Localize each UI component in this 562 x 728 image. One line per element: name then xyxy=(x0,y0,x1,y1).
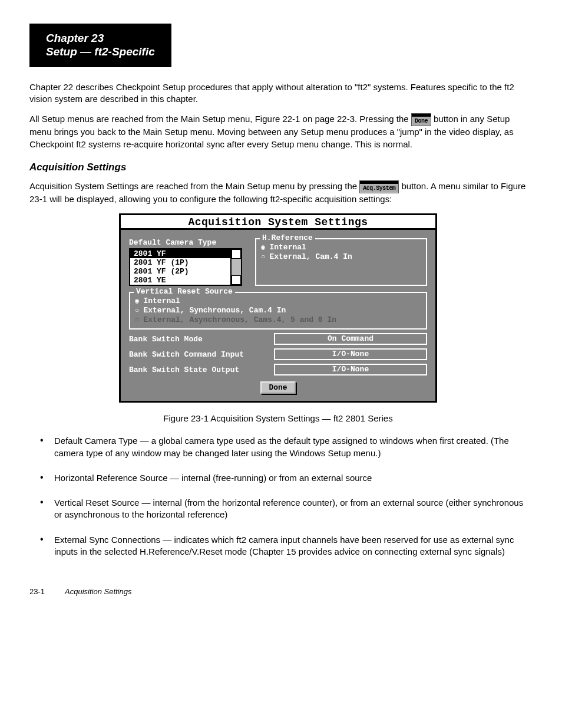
bank-switch-input-label: Bank Switch Command Input xyxy=(129,350,274,359)
acquisition-settings-heading: Acquisition Settings xyxy=(29,161,527,174)
vrs-radio-internal[interactable]: Internal xyxy=(135,297,421,306)
default-camera-group: Default Camera Type 2801 YF 2801 YF (1P)… xyxy=(129,238,242,286)
vrs-radio-ext-sync[interactable]: External, Synchronous, Cam.4 In xyxy=(135,306,421,315)
acq-p-a: Acquisition System Settings are reached … xyxy=(29,181,359,191)
bullet-icon: • xyxy=(40,435,46,459)
vrs-radio-ext-async: External, Asynchronous, Cams.4, 5 and 6 … xyxy=(135,315,421,325)
chapter-title: Setup — ft2-Specific xyxy=(46,45,155,59)
bullet-icon: • xyxy=(40,497,46,521)
bank-switch-mode-row: Bank Switch Mode On Command xyxy=(129,333,427,345)
bank-switch-output-label: Bank Switch State Output xyxy=(129,365,274,374)
chapter-number: Chapter 23 xyxy=(46,32,155,45)
list-item[interactable]: 2801 YF xyxy=(130,249,230,258)
bullet-icon: • xyxy=(40,534,46,558)
bank-switch-input-value[interactable]: I/O-None xyxy=(274,348,427,360)
footer-section: Acquisition Settings xyxy=(65,587,131,596)
intro-paragraph-1: Chapter 22 describes Checkpoint Setup pr… xyxy=(29,81,527,106)
list-item[interactable]: 2801 YE xyxy=(130,276,230,285)
h-reference-legend: H.Reference xyxy=(260,233,315,242)
inline-done-label: Done xyxy=(412,117,431,126)
intro-paragraph-2: All Setup menus are reached from the Mai… xyxy=(29,113,527,150)
scroll-up-icon[interactable]: ▲ xyxy=(232,249,241,259)
listbox-scrollbar[interactable]: ▲ ▼ xyxy=(232,248,242,286)
bank-switch-input-row: Bank Switch Command Input I/O-None xyxy=(129,348,427,360)
intro-p2-a: All Setup menus are reached from the Mai… xyxy=(29,114,411,124)
bank-switch-output-value[interactable]: I/O-None xyxy=(274,364,427,375)
inline-acqsystem-label: Acq.System xyxy=(360,184,398,193)
figure-caption: Figure 23-1 Acquisition System Settings … xyxy=(29,413,527,423)
page-number: 23-1 xyxy=(29,587,65,596)
scroll-down-icon[interactable]: ▼ xyxy=(232,275,241,285)
bullet-icon: • xyxy=(40,472,46,484)
bullet-text: Horizontal Reference Source — internal (… xyxy=(54,472,527,484)
bullet-text: External Sync Connections — indicates wh… xyxy=(54,534,527,558)
dialog-title: Acquisition System Settings xyxy=(121,215,435,230)
camera-type-listbox[interactable]: 2801 YF 2801 YF (1P) 2801 YF (2P) 2801 Y… xyxy=(129,248,232,286)
list-item[interactable]: 2801 YF (1P) xyxy=(130,258,230,267)
bank-switch-output-row: Bank Switch State Output I/O-None xyxy=(129,364,427,375)
vertical-reset-group: Vertical Reset Source Internal External,… xyxy=(129,292,427,330)
default-camera-label: Default Camera Type xyxy=(129,238,242,247)
h-reference-group: H.Reference Internal External, Cam.4 In xyxy=(255,238,427,286)
href-radio-internal[interactable]: Internal xyxy=(261,243,421,252)
list-item[interactable]: 2801 YF (2P) xyxy=(130,267,230,276)
acq-paragraph: Acquisition System Settings are reached … xyxy=(29,180,527,206)
acq-settings-dialog: Acquisition System Settings Default Came… xyxy=(119,213,437,403)
inline-acqsystem-button[interactable]: Acq.System xyxy=(359,180,399,193)
bank-switch-mode-value[interactable]: On Command xyxy=(274,333,427,345)
vertical-reset-legend: Vertical Reset Source xyxy=(134,287,235,296)
scroll-track[interactable] xyxy=(232,259,241,275)
bullet-text: Default Camera Type — a global camera ty… xyxy=(54,435,527,459)
chapter-header: Chapter 23 Setup — ft2-Specific xyxy=(29,24,171,67)
inline-done-button[interactable]: Done xyxy=(411,113,431,126)
href-radio-external[interactable]: External, Cam.4 In xyxy=(261,252,421,262)
dialog-done-button[interactable]: Done xyxy=(260,381,295,394)
bullet-text: Vertical Reset Source — internal (from t… xyxy=(54,497,527,521)
bank-switch-mode-label: Bank Switch Mode xyxy=(129,335,274,344)
page-footer: 23-1 Acquisition Settings xyxy=(29,587,527,596)
